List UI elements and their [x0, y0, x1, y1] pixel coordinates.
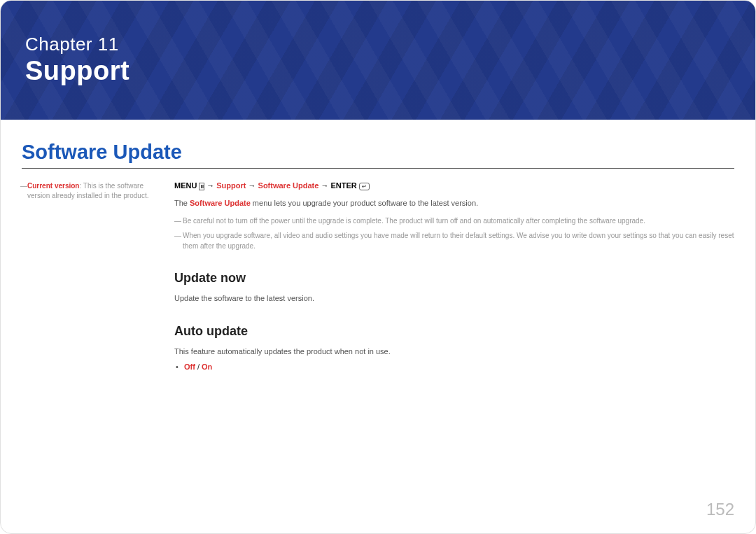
- side-note: Current version: This is the software ve…: [22, 181, 162, 371]
- chapter-label: Chapter 11: [25, 34, 731, 55]
- body-wrapper: Current version: This is the software ve…: [22, 181, 734, 371]
- enter-icon: ↵: [359, 183, 370, 190]
- breadcrumb-software-update: Software Update: [258, 181, 319, 190]
- section-heading-update-now: Update now: [174, 271, 734, 286]
- main-column: MENU III → Support → Software Update → E…: [174, 181, 734, 371]
- section-heading-auto-update: Auto update: [174, 324, 734, 339]
- page-container: Chapter 11 Support Software Update Curre…: [0, 0, 756, 534]
- bullet-on: On: [202, 363, 212, 371]
- intro-suffix: menu lets you upgrade your product softw…: [251, 199, 478, 207]
- section-text-auto-update: This feature automatically updates the p…: [174, 346, 734, 358]
- breadcrumb-arrow-3: →: [321, 181, 330, 190]
- breadcrumb-arrow-2: →: [248, 181, 258, 190]
- content-area: Software Update Current version: This is…: [1, 120, 755, 371]
- breadcrumb-arrow-1: →: [206, 181, 216, 190]
- breadcrumb-menu: MENU: [174, 181, 197, 190]
- menu-icon: III: [199, 183, 204, 190]
- breadcrumb-support: Support: [216, 181, 246, 190]
- dash-note-2: When you upgrade software, all video and…: [174, 230, 734, 251]
- bullet-off-on: Off / On: [174, 363, 734, 371]
- bullet-off: Off: [184, 363, 195, 371]
- intro-prefix: The: [174, 199, 190, 207]
- chapter-title: Support: [25, 57, 731, 86]
- breadcrumb: MENU III → Support → Software Update → E…: [174, 181, 734, 190]
- intro-line: The Software Update menu lets you upgrad…: [174, 197, 734, 209]
- section-text-update-now: Update the software to the latest versio…: [174, 293, 734, 304]
- bullet-sep: /: [195, 363, 202, 371]
- main-heading: Software Update: [22, 141, 734, 169]
- chapter-banner: Chapter 11 Support: [1, 1, 755, 120]
- breadcrumb-enter: ENTER: [330, 181, 356, 190]
- page-number: 152: [706, 500, 734, 519]
- intro-highlight: Software Update: [190, 199, 251, 207]
- side-note-label: Current version: [27, 182, 79, 190]
- dash-note-1: Be careful not to turn off the power unt…: [174, 216, 734, 226]
